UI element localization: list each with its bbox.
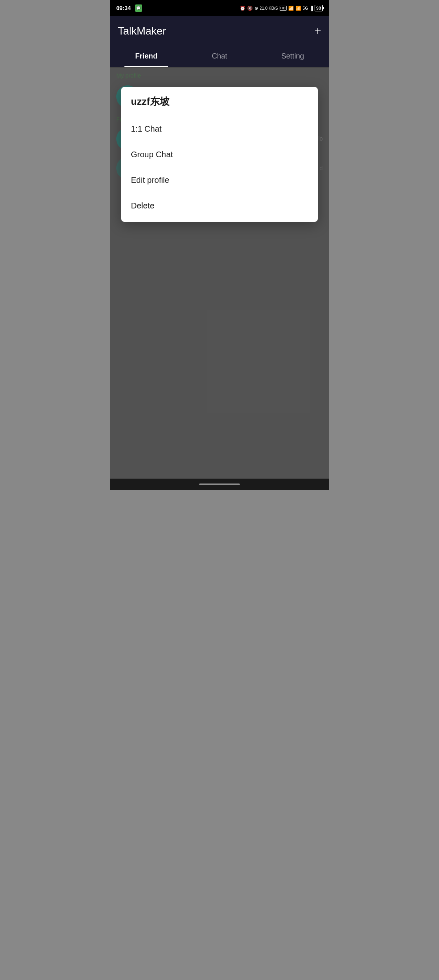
status-icons: ⏰ 🔇 ⊕ 21.0 KB/S HD 📶 📶 5G ▐ 98 <box>240 5 323 11</box>
tab-friend[interactable]: Friend <box>110 46 183 67</box>
context-menu: uzzf东坡 1:1 Chat Group Chat Edit profile … <box>121 87 318 222</box>
context-menu-group-chat[interactable]: Group Chat <box>131 142 308 167</box>
chat-notification-icon: 💬 <box>135 4 142 12</box>
add-button[interactable]: + <box>315 25 321 37</box>
network-speed: 21.0 KB/S <box>260 6 278 11</box>
battery-indicator: 98 <box>315 5 323 11</box>
context-menu-edit-profile[interactable]: Edit profile <box>131 167 308 193</box>
wifi-icon: 📶 <box>288 6 294 11</box>
hd-icon: HD <box>280 6 287 11</box>
status-time: 09:34 <box>116 5 131 11</box>
5g-icon: 5G <box>303 6 308 11</box>
nav-bar <box>110 479 329 490</box>
bluetooth-icon: ⊕ <box>254 6 258 11</box>
tab-bar: Friend Chat Setting <box>110 46 329 67</box>
app-bar: TalkMaker + <box>110 16 329 46</box>
mute-icon: 🔇 <box>247 6 253 11</box>
tab-setting[interactable]: Setting <box>256 46 329 67</box>
context-menu-delete[interactable]: Delete <box>131 193 308 219</box>
signal-5g-icon: ▐ <box>310 6 313 11</box>
app-title: TalkMaker <box>118 25 166 37</box>
nav-indicator <box>199 483 240 485</box>
tab-chat[interactable]: Chat <box>183 46 256 67</box>
signal-icon: 📶 <box>296 6 301 11</box>
context-menu-one-on-one-chat[interactable]: 1:1 Chat <box>131 116 308 142</box>
context-menu-username: uzzf东坡 <box>131 95 308 108</box>
status-bar: 09:34 💬 ⏰ 🔇 ⊕ 21.0 KB/S HD 📶 📶 5G ▐ 98 <box>110 0 329 16</box>
main-content: My profile Set as 'ME' in friends. (Edit… <box>110 67 329 489</box>
alarm-icon: ⏰ <box>240 6 246 11</box>
